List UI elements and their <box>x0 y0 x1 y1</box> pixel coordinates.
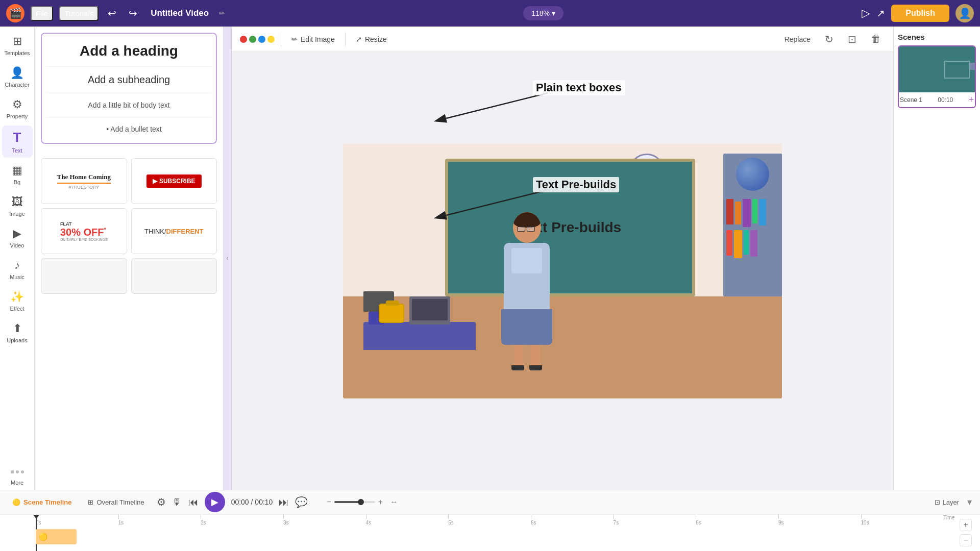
color-dot-red[interactable] <box>240 36 247 43</box>
prebuild-card-empty2[interactable] <box>131 258 217 294</box>
character-icon: 👤 <box>10 66 24 80</box>
file-menu[interactable]: File <box>31 6 53 21</box>
scene-add-btn[interactable]: + <box>968 94 974 105</box>
heading-text: Add a heading <box>80 43 178 59</box>
edit-image-icon: ✏ <box>291 35 298 43</box>
ruler-9s: 9s <box>778 515 861 525</box>
sidebar-item-bg[interactable]: ▦ Bg <box>2 160 33 189</box>
timeline-track[interactable]: 🟡 <box>36 529 77 544</box>
property-icon: ⚙ <box>12 98 22 111</box>
sidebar-item-templates[interactable]: ⊞ Templates <box>2 31 33 60</box>
delete-btn[interactable]: 🗑 <box>867 31 885 47</box>
sidebar-item-video[interactable]: ▶ Video <box>2 223 33 253</box>
caption-btn[interactable]: 💬 <box>295 496 308 508</box>
resize-btn[interactable]: ⤢ Resize <box>352 33 391 45</box>
teacher-legs <box>514 345 540 365</box>
timeline-zoom-out-btn[interactable]: − <box>960 534 972 546</box>
sidebar-item-effect[interactable]: ✨ Effect <box>2 286 33 316</box>
app-logo: 🎬 <box>6 4 24 22</box>
scenes-header: Scenes <box>898 31 976 45</box>
mic-btn[interactable]: 🎙 <box>172 496 182 508</box>
uploads-icon: ⬆ <box>13 322 22 335</box>
play-preview-btn[interactable]: ▷ <box>862 7 870 20</box>
undo-btn[interactable]: ↩ <box>105 5 119 21</box>
text-icon: T <box>13 130 21 145</box>
ruler-container: 0s 1s 2s 3s 4s 5s 6s 7s 8s 9s 10s Time <box>36 515 954 525</box>
refresh-btn[interactable]: ↻ <box>821 31 838 47</box>
sidebar-item-music[interactable]: ♪ Music <box>2 255 33 284</box>
books-row2 <box>723 230 782 258</box>
edit-image-btn[interactable]: ✏ Edit Image <box>287 33 339 45</box>
color-dot-green[interactable] <box>249 36 256 43</box>
effect-icon: ✨ <box>10 290 24 304</box>
zoom-value: 118% <box>531 9 550 17</box>
sidebar-item-uploads[interactable]: ⬆ Uploads <box>2 318 33 347</box>
prebuild-card-empty1[interactable] <box>41 258 127 294</box>
vol-handle[interactable] <box>358 499 364 505</box>
sidebar-item-text[interactable]: T Text <box>2 126 33 158</box>
sidebar-item-image[interactable]: 🖼 Image <box>2 191 33 221</box>
volume-slider[interactable] <box>334 501 375 503</box>
publish-button[interactable]: Publish <box>891 5 949 22</box>
subheading-text: Add a subheading <box>88 74 170 85</box>
off-flat: FLAT <box>60 221 108 227</box>
scene-timeline-tab[interactable]: 🟡 Scene Timeline <box>8 496 76 508</box>
timeline-zoom-in-btn[interactable]: + <box>960 519 972 531</box>
sidebar-label-more: More <box>11 480 23 486</box>
layout-btn[interactable]: ⊡ <box>844 31 861 47</box>
add-subheading-item[interactable]: Add a subheading <box>46 69 212 91</box>
ruler-4s: 4s <box>366 515 449 525</box>
sidebar-label-image: Image <box>9 211 25 217</box>
settings-pb-btn[interactable]: ⚙ <box>157 496 166 508</box>
prebuild-think[interactable]: THINK/DIFFERENT <box>131 208 217 254</box>
zoom-button[interactable]: 118% ▾ <box>523 6 564 20</box>
share-btn[interactable]: ↗ <box>876 7 885 19</box>
yt-icon: ▶ <box>153 178 157 185</box>
add-body-item[interactable]: Add a little bit of body text <box>46 95 212 115</box>
user-avatar[interactable]: 👤 <box>955 4 974 22</box>
time-label: Time <box>943 515 954 525</box>
layer-btn[interactable]: ⊡ Layer <box>935 498 959 506</box>
prebuild-30off[interactable]: FLAT 30% OFF* ON EARLY BIRD BOOKINGS <box>41 208 127 254</box>
overall-tab-label: Overall Timeline <box>96 498 144 506</box>
ruler-2s: 2s <box>201 515 283 525</box>
divider2 <box>46 93 212 93</box>
skip-end-btn[interactable]: ⏭ <box>279 496 289 508</box>
volume-minus-icon: − <box>326 497 331 507</box>
skip-start-btn[interactable]: ⏮ <box>188 496 199 508</box>
collapse-handle[interactable]: ‹ <box>224 27 232 490</box>
add-heading-item[interactable]: Add a heading <box>46 38 212 64</box>
thumb-board <box>944 61 970 79</box>
title-edit-icon[interactable]: ✏ <box>219 9 225 17</box>
briefcase <box>379 304 404 323</box>
bg-icon: ▦ <box>12 164 22 177</box>
sidebar-label-music: Music <box>10 274 24 280</box>
thumb-shelf <box>970 63 976 70</box>
scene1-label: Scene 1 <box>900 96 922 104</box>
scene-1-thumbnail[interactable]: Scene 1 00:10 + <box>898 45 976 108</box>
sidebar-item-character[interactable]: 👤 Character <box>2 62 33 92</box>
replace-label: Replace <box>785 35 811 43</box>
sidebar-label-text: Text <box>12 147 22 154</box>
expand-timeline-btn[interactable]: ▾ <box>967 496 972 508</box>
color-dot-blue[interactable] <box>258 36 265 43</box>
sidebar-item-property[interactable]: ⚙ Property <box>2 94 33 123</box>
teacher-character <box>501 212 552 370</box>
prebuild-homecoming[interactable]: The Home Coming #TRUESTORY <box>41 158 127 204</box>
tutorials-menu[interactable]: Tutorials <box>59 6 99 21</box>
add-bullet-item[interactable]: • Add a bullet text <box>46 119 212 139</box>
scene-thumb-inner <box>899 46 975 92</box>
time-current: 00:00 <box>231 498 249 506</box>
canvas[interactable]: Text Pre-builds <box>343 143 782 398</box>
canvas-wrapper: Text Pre-builds <box>232 52 893 490</box>
off-percent: 30% OFF* <box>60 227 108 238</box>
sidebar-item-more[interactable]: More <box>2 475 33 490</box>
overall-timeline-tab[interactable]: ⊞ Overall Timeline <box>84 496 148 508</box>
edit-image-label: Edit Image <box>301 35 335 43</box>
music-icon: ♪ <box>14 259 20 272</box>
redo-btn[interactable]: ↪ <box>126 5 140 21</box>
color-dot-yellow[interactable] <box>267 36 275 43</box>
prebuild-subscribe[interactable]: ▶ SUBSCRIBE <box>131 158 217 204</box>
play-pause-btn[interactable]: ▶ <box>205 492 225 512</box>
templates-icon: ⊞ <box>13 35 22 48</box>
